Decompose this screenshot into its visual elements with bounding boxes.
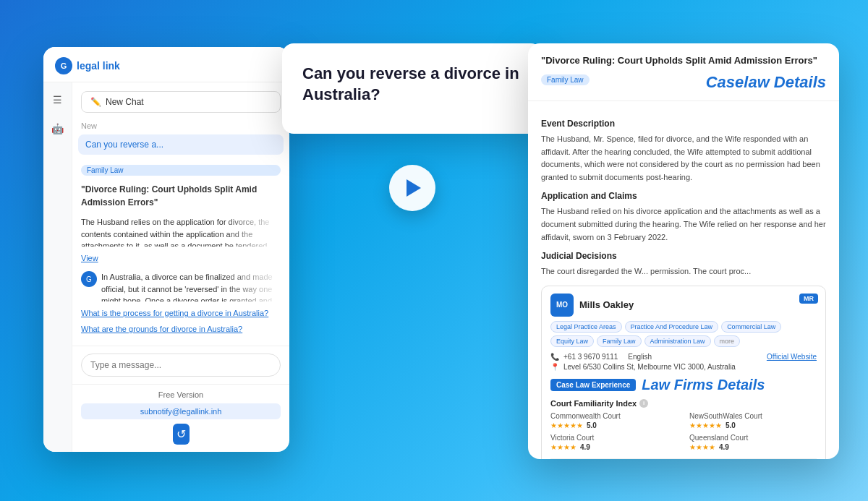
mills-oakley-card: MR MO Mills Oakley Legal Practice Areas … xyxy=(541,286,826,459)
divider-1 xyxy=(550,458,817,459)
chat-input[interactable] xyxy=(81,354,281,377)
view-link-1[interactable]: View xyxy=(81,254,281,262)
menu-icon[interactable]: ☰ xyxy=(49,91,67,108)
free-version-label: Free Version xyxy=(81,390,281,399)
practice-tags: Legal Practice Areas Practice And Proced… xyxy=(550,321,817,347)
chat-header: G legal link xyxy=(43,47,289,82)
message-body-2: In Australia, a divorce can be finalized… xyxy=(101,271,281,301)
caselaw-body: Event Description The Husband, Mr. Spenc… xyxy=(528,101,839,459)
chat-list-item[interactable]: Can you reverse a... xyxy=(78,134,284,155)
caselaw-family-law-tag: Family Law xyxy=(541,74,590,85)
case-exp-badge: Case Law Experience xyxy=(550,379,636,391)
court-victoria: Victoria Court ★★★★ 4.9 xyxy=(550,434,678,451)
phone-icon-mo: 📞 xyxy=(550,353,559,361)
court-familiarity-info-icon[interactable]: i xyxy=(639,399,648,408)
chat-logo: G legal link xyxy=(55,57,120,74)
practice-tag-5: Family Law xyxy=(597,335,642,347)
family-law-tag-1: Family Law xyxy=(81,165,281,176)
refresh-button[interactable]: ↺ xyxy=(173,424,190,445)
official-website-link[interactable]: Official Website xyxy=(767,353,817,361)
play-button[interactable] xyxy=(389,165,435,211)
suggestion-link-2[interactable]: What are the grounds for divorce in Aust… xyxy=(81,325,281,333)
commonwealth-stars: ★★★★★ 5.0 xyxy=(550,421,678,429)
location-icon-mo: 📍 xyxy=(550,363,559,371)
judicial-decisions-text: The court disregarded the W... permissio… xyxy=(541,265,826,278)
application-claims-text: The Husband relied on his divorce applic… xyxy=(541,205,826,244)
chat-footer: Free Version subnotify@legallink.inh ↺ xyxy=(72,384,289,452)
court-queensland: Queensland Court ★★★★ 4.9 xyxy=(689,434,817,451)
case-exp-row: Case Law Experience Law Firms Details xyxy=(550,377,817,393)
mr-badge: MR xyxy=(799,294,818,304)
section-new-label: New xyxy=(72,119,289,133)
law-firms-details-heading: Law Firms Details xyxy=(642,377,765,393)
victoria-stars: ★★★★ 4.9 xyxy=(550,443,678,451)
play-button-overlay xyxy=(282,141,542,235)
practice-tag-4: Equity Law xyxy=(550,335,594,347)
caselaw-panel: "Divorce Ruling: Court Upholds Split Ami… xyxy=(528,43,839,459)
app-name: legal link xyxy=(77,60,120,72)
sidebar-nav: ☰ 🤖 xyxy=(43,82,72,452)
mills-oakley-phone: 📞 +61 3 9670 9111 English Official Websi… xyxy=(550,353,817,361)
mills-oakley-address: 📍 Level 6/530 Collins St, Melbourne VIC … xyxy=(550,363,817,371)
message-block-1: Family Law "Divorce Ruling: Court Uphold… xyxy=(81,165,281,262)
new-chat-button[interactable]: ✏️ New Chat xyxy=(81,91,281,113)
practice-tag-more[interactable]: more xyxy=(714,335,741,347)
message-block-2: G In Australia, a divorce can be finaliz… xyxy=(81,271,281,333)
court-familiarity-heading: Court Familiarity Index i xyxy=(550,399,817,408)
user-email: subnotify@legallink.inh xyxy=(81,403,281,419)
chat-panel: G legal link ☰ 🤖 ✏️ New Chat New Can you… xyxy=(43,47,289,452)
practice-tag-6: Administration Law xyxy=(644,335,711,347)
chat-input-area xyxy=(72,346,289,384)
question-card: Can you reverse a divorce in Australia? xyxy=(282,43,542,134)
message-title-1: "Divorce Ruling: Court Upholds Split Ami… xyxy=(81,183,281,209)
chat-sidebar: ☰ 🤖 ✏️ New Chat New Can you reverse a...… xyxy=(43,82,289,452)
practice-tag-3: Commercial Law xyxy=(721,321,781,333)
caselaw-header: "Divorce Ruling: Court Upholds Split Ami… xyxy=(528,43,839,101)
court-commonwealth: Commonwealth Court ★★★★★ 5.0 xyxy=(550,412,678,429)
message-body-1: The Husband relies on the application fo… xyxy=(81,216,281,247)
caselaw-heading: Caselaw Details xyxy=(706,73,826,92)
message-row-2: G In Australia, a divorce can be finaliz… xyxy=(81,271,281,301)
play-triangle-icon xyxy=(407,179,421,197)
court-familiarity-grid: Commonwealth Court ★★★★★ 5.0 NewSouthWal… xyxy=(550,412,817,451)
event-description-text: The Husband, Mr. Spence, filed for divor… xyxy=(541,133,826,184)
nsw-stars: ★★★★★ 5.0 xyxy=(689,421,817,429)
ai-avatar-icon: G xyxy=(81,271,97,287)
mills-oakley-avatar: MO xyxy=(550,294,574,317)
case-title: "Divorce Ruling: Court Upholds Split Ami… xyxy=(541,55,826,66)
judicial-decisions-heading: Judicial Decisions xyxy=(541,251,826,261)
question-title: Can you reverse a divorce in Australia? xyxy=(302,64,522,105)
logo-icon: G xyxy=(55,57,72,74)
edit-icon: ✏️ xyxy=(90,97,101,107)
mills-oakley-name: Mills Oakley xyxy=(579,299,634,310)
application-claims-heading: Application and Claims xyxy=(541,191,826,201)
main-container: G legal link ☰ 🤖 ✏️ New Chat New Can you… xyxy=(0,0,868,501)
queensland-stars: ★★★★ 4.9 xyxy=(689,443,817,451)
suggestion-link-1[interactable]: What is the process for getting a divorc… xyxy=(81,309,281,317)
chat-list-area: ✏️ New Chat New Can you reverse a... Fam… xyxy=(72,82,289,452)
mills-oakley-header: MO Mills Oakley xyxy=(550,294,817,317)
bot-icon[interactable]: 🤖 xyxy=(49,120,67,137)
court-newsouthwales: NewSouthWales Court ★★★★★ 5.0 xyxy=(689,412,817,429)
chat-messages: Family Law "Divorce Ruling: Court Uphold… xyxy=(72,156,289,346)
event-description-heading: Event Description xyxy=(541,119,826,129)
practice-tag-2: Practice And Procedure Law xyxy=(625,321,719,333)
practice-tag-1: Legal Practice Areas xyxy=(550,321,622,333)
language-mo: English xyxy=(628,353,652,361)
refresh-icon: ↺ xyxy=(176,427,186,441)
